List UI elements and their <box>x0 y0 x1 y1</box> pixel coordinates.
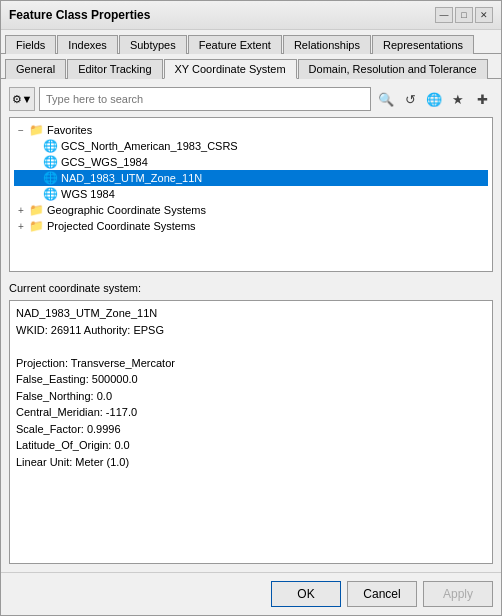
globe-icon-gcs-wgs: 🌐 <box>42 155 58 169</box>
toolbar-icon: ⚙ <box>12 93 22 106</box>
folder-icon-geographic: 📁 <box>28 203 44 217</box>
tree-label-projected: Projected Coordinate Systems <box>47 220 196 232</box>
tab-general[interactable]: General <box>5 59 66 79</box>
close-button[interactable]: ✕ <box>475 7 493 23</box>
tree-label-favorites: Favorites <box>47 124 92 136</box>
cancel-button[interactable]: Cancel <box>347 581 417 607</box>
tree-area[interactable]: −📁Favorites🌐GCS_North_American_1983_CSRS… <box>9 117 493 272</box>
footer: OK Cancel Apply <box>1 572 501 615</box>
tree-label-geographic: Geographic Coordinate Systems <box>47 204 206 216</box>
tab-feature-extent[interactable]: Feature Extent <box>188 35 282 54</box>
apply-button[interactable]: Apply <box>423 581 493 607</box>
toolbar-row: ⚙ ▼ 🔍 ↺ 🌐 ★ ✚ <box>9 87 493 111</box>
tree-label-nad-utm: NAD_1983_UTM_Zone_11N <box>61 172 202 184</box>
tree-item-gcs-wgs[interactable]: 🌐GCS_WGS_1984 <box>14 154 488 170</box>
add-button[interactable]: ✚ <box>471 88 493 110</box>
toolbar-dropdown-button[interactable]: ⚙ ▼ <box>9 87 35 111</box>
tree-item-favorites[interactable]: −📁Favorites <box>14 122 488 138</box>
tree-item-geographic[interactable]: +📁Geographic Coordinate Systems <box>14 202 488 218</box>
ok-button[interactable]: OK <box>271 581 341 607</box>
search-input[interactable] <box>39 87 371 111</box>
tree-label-gcs-na: GCS_North_American_1983_CSRS <box>61 140 238 152</box>
tab-domain[interactable]: Domain, Resolution and Tolerance <box>298 59 488 79</box>
toolbar-dropdown-icon: ▼ <box>22 93 33 105</box>
window-title: Feature Class Properties <box>9 8 150 22</box>
folder-icon-favorites: 📁 <box>28 123 44 137</box>
tree-expander-projected[interactable]: + <box>14 221 28 232</box>
tree-expander-geographic[interactable]: + <box>14 205 28 216</box>
maximize-button[interactable]: □ <box>455 7 473 23</box>
search-button[interactable]: 🔍 <box>375 88 397 110</box>
tab-editor-tracking[interactable]: Editor Tracking <box>67 59 162 79</box>
tab-relationships[interactable]: Relationships <box>283 35 371 54</box>
tab-indexes[interactable]: Indexes <box>57 35 118 54</box>
tabs-row-1: FieldsIndexesSubtypesFeature ExtentRelat… <box>1 30 501 54</box>
tree-expander-favorites[interactable]: − <box>14 125 28 136</box>
content-area: ⚙ ▼ 🔍 ↺ 🌐 ★ ✚ −📁Favorites🌐GCS_North_Amer… <box>1 79 501 572</box>
title-bar: Feature Class Properties — □ ✕ <box>1 1 501 30</box>
globe-icon-wgs-1984: 🌐 <box>42 187 58 201</box>
globe-icon-nad-utm: 🌐 <box>42 171 58 185</box>
globe-button[interactable]: 🌐 <box>423 88 445 110</box>
current-coord-label: Current coordinate system: <box>9 282 493 294</box>
globe-icon-gcs-na: 🌐 <box>42 139 58 153</box>
refresh-button[interactable]: ↺ <box>399 88 421 110</box>
tabs-row-2: GeneralEditor TrackingXY Coordinate Syst… <box>1 54 501 79</box>
minimize-button[interactable]: — <box>435 7 453 23</box>
tree-item-wgs-1984[interactable]: 🌐WGS 1984 <box>14 186 488 202</box>
tab-subtypes[interactable]: Subtypes <box>119 35 187 54</box>
toolbar-icons: 🔍 ↺ 🌐 ★ ✚ <box>375 88 493 110</box>
feature-class-properties-window: Feature Class Properties — □ ✕ FieldsInd… <box>0 0 502 616</box>
tab-fields[interactable]: Fields <box>5 35 56 54</box>
tab-representations[interactable]: Representations <box>372 35 474 54</box>
tree-item-projected[interactable]: +📁Projected Coordinate Systems <box>14 218 488 234</box>
coord-textbox[interactable]: NAD_1983_UTM_Zone_11NWKID: 26911 Authori… <box>9 300 493 564</box>
tree-label-wgs-1984: WGS 1984 <box>61 188 115 200</box>
tabs-container: FieldsIndexesSubtypesFeature ExtentRelat… <box>1 30 501 79</box>
title-bar-buttons: — □ ✕ <box>435 7 493 23</box>
tree-item-gcs-na[interactable]: 🌐GCS_North_American_1983_CSRS <box>14 138 488 154</box>
star-button[interactable]: ★ <box>447 88 469 110</box>
coord-textbox-wrapper: NAD_1983_UTM_Zone_11NWKID: 26911 Authori… <box>9 300 493 564</box>
tree-item-nad-utm[interactable]: 🌐NAD_1983_UTM_Zone_11N <box>14 170 488 186</box>
folder-icon-projected: 📁 <box>28 219 44 233</box>
tab-xy-coordinate[interactable]: XY Coordinate System <box>164 59 297 79</box>
tree-label-gcs-wgs: GCS_WGS_1984 <box>61 156 148 168</box>
